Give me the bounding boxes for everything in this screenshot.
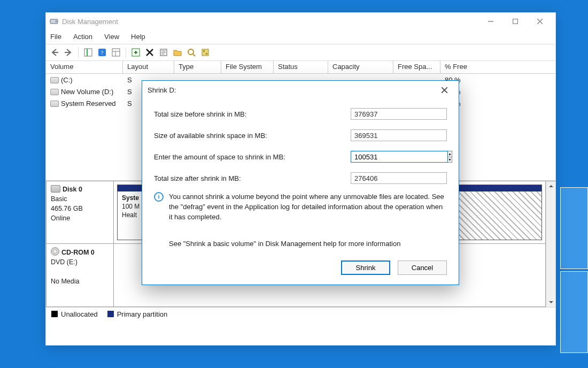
- svg-rect-3: [84, 49, 92, 56]
- row-total-before: Total size before shrink in MB:: [154, 103, 447, 125]
- nav-back-icon[interactable]: [48, 46, 61, 59]
- properties-icon[interactable]: [157, 46, 170, 59]
- svg-rect-2: [513, 19, 518, 24]
- col-capacity[interactable]: Capacity: [328, 61, 393, 73]
- label-total-after: Total size after shrink in MB:: [154, 174, 351, 182]
- hdd-icon: [51, 185, 60, 193]
- help-icon[interactable]: ?: [96, 46, 109, 59]
- cdrom-icon: [51, 247, 59, 256]
- drive-icon: [50, 101, 59, 107]
- shrink-dialog: Shrink D: Total size before shrink in MB…: [142, 80, 459, 285]
- menu-view[interactable]: View: [104, 30, 119, 44]
- shrink-button[interactable]: Shrink: [341, 260, 390, 275]
- volume-name: (C:): [61, 76, 73, 84]
- toolbar: ?: [46, 44, 555, 61]
- menu-bar: File Action View Help: [46, 30, 555, 44]
- disk-info: Disk 0 Basic 465.76 GB Online: [47, 181, 114, 243]
- row-shrink-amount: Enter the amount of space to shrink in M…: [154, 146, 447, 167]
- cancel-button[interactable]: Cancel: [398, 260, 447, 275]
- menu-file[interactable]: File: [50, 30, 61, 44]
- spin-down-icon[interactable]: ▼: [448, 157, 452, 163]
- scroll-down-icon[interactable]: [546, 297, 555, 307]
- volume-list-header: Volume Layout Type File System Status Ca…: [46, 61, 555, 74]
- spin-up-icon[interactable]: ▲: [448, 151, 452, 157]
- dialog-titlebar[interactable]: Shrink D:: [142, 81, 459, 99]
- label-shrink-amount: Enter the amount of space to shrink in M…: [154, 153, 351, 161]
- legend: Unallocated Primary partition: [46, 307, 555, 321]
- minimize-button[interactable]: [478, 13, 503, 30]
- col-pctfree[interactable]: % Free: [440, 61, 555, 73]
- close-button[interactable]: [528, 13, 552, 30]
- svg-point-12: [188, 49, 194, 55]
- menu-help[interactable]: Help: [131, 30, 145, 44]
- field-available: [351, 129, 447, 141]
- row-available: Size of available shrink space in MB:: [154, 125, 447, 146]
- dialog-buttons: Shrink Cancel: [142, 255, 459, 285]
- delete-icon[interactable]: [143, 46, 156, 59]
- volume-name: New Volume (D:): [61, 88, 113, 96]
- svg-rect-13: [202, 49, 208, 56]
- details-pane-icon[interactable]: [110, 46, 122, 59]
- show-hide-tree-icon[interactable]: [82, 46, 95, 59]
- input-shrink-amount[interactable]: [351, 151, 448, 163]
- drive-icon: [50, 77, 59, 83]
- col-layout[interactable]: Layout: [123, 61, 174, 73]
- svg-point-1: [56, 21, 57, 22]
- volume-name: System Reserved: [61, 99, 116, 108]
- field-total-before: [351, 108, 447, 120]
- desktop-accent: [560, 187, 588, 353]
- maximize-button[interactable]: [503, 13, 528, 30]
- dialog-title: Shrink D:: [148, 86, 176, 94]
- shrink-spinner[interactable]: ▲ ▼: [448, 151, 452, 163]
- disk-info: CD-ROM 0 DVD (E:) No Media: [47, 244, 114, 306]
- dialog-close-button[interactable]: [435, 81, 453, 99]
- field-total-after: [351, 172, 447, 184]
- col-status[interactable]: Status: [274, 61, 328, 73]
- settings-icon[interactable]: [199, 46, 212, 59]
- svg-rect-7: [112, 49, 120, 56]
- scroll-up-icon[interactable]: [546, 181, 555, 191]
- window-title: Disk Management: [62, 18, 118, 26]
- open-icon[interactable]: [171, 46, 184, 59]
- info-icon: i: [154, 192, 164, 202]
- svg-rect-15: [206, 53, 207, 55]
- nav-forward-icon[interactable]: [62, 46, 75, 59]
- svg-text:?: ?: [101, 49, 104, 56]
- col-free[interactable]: Free Spa...: [393, 61, 440, 73]
- info-text: You cannot shrink a volume beyond the po…: [169, 192, 447, 223]
- col-type[interactable]: Type: [174, 61, 221, 73]
- svg-rect-14: [203, 50, 205, 52]
- col-fs[interactable]: File System: [221, 61, 274, 73]
- disk-map-scrollbar[interactable]: [546, 181, 555, 307]
- refresh-icon[interactable]: [129, 46, 142, 59]
- title-bar[interactable]: Disk Management: [46, 13, 555, 30]
- explore-icon[interactable]: [185, 46, 198, 59]
- legend-primary: Primary partition: [107, 310, 168, 318]
- row-total-after: Total size after shrink in MB:: [154, 167, 447, 189]
- col-volume[interactable]: Volume: [46, 61, 123, 73]
- menu-action[interactable]: Action: [73, 30, 92, 44]
- disk-management-icon: [49, 17, 59, 26]
- legend-unallocated: Unallocated: [51, 310, 98, 318]
- label-total-before: Total size before shrink in MB:: [154, 110, 351, 118]
- drive-icon: [50, 89, 59, 95]
- label-available: Size of available shrink space in MB:: [154, 132, 351, 140]
- dialog-help-text: See "Shrink a basic volume" in Disk Mana…: [154, 228, 447, 253]
- dialog-info: i You cannot shrink a volume beyond the …: [154, 189, 447, 228]
